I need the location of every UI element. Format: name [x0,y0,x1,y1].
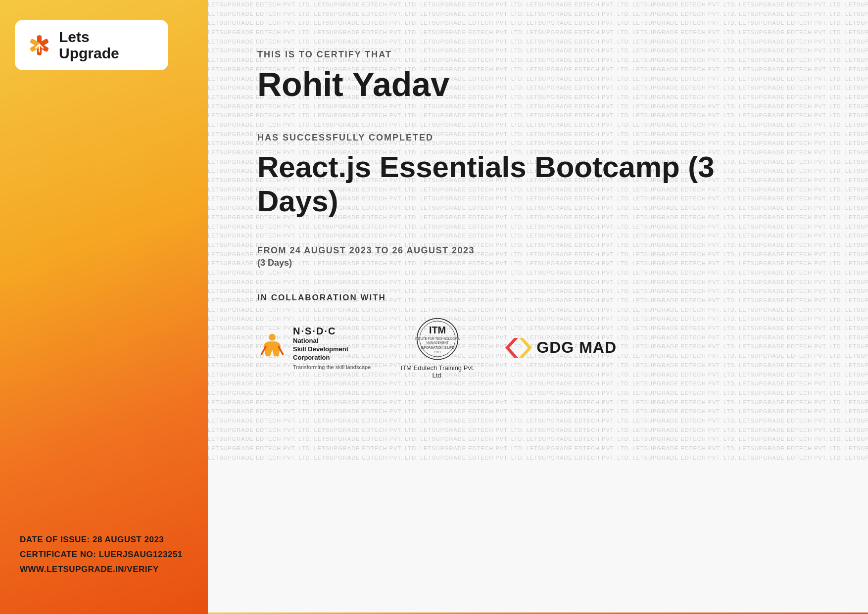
nsdc-full-name: National Skill Development Corporation [293,337,357,362]
nsdc-abbr: N·S·D·C [293,326,371,337]
logo-box: Lets Upgrade [15,20,168,70]
collab-label: IN COLLABORATION WITH [257,293,828,303]
svg-text:MANAGEMENT: MANAGEMENT [427,341,449,344]
certificate-no: CERTIFICATE NO: LUERJSAUG123251 [20,550,183,560]
certificate: Lets Upgrade DATE OF ISSUE: 28 AUGUST 20… [0,0,868,614]
itm-seal-icon: ITM INSTITUTE FOR TECHNOLOGY AND MANAGEM… [415,317,460,361]
verify-url-label: WWW.LETSUPGRADE.IN/VERIFY [20,565,159,574]
nsdc-logo: N·S·D·C National Skill Development Corpo… [257,326,371,370]
gdg-text: GDG MAD [536,338,617,357]
nsdc-tagline: Transforming the skill landscape [293,364,371,370]
nsdc-text: N·S·D·C National Skill Development Corpo… [293,326,371,370]
certify-label: THIS IS TO CERTIFY THAT [257,49,828,60]
gdg-logo: GDG MAD [504,335,617,360]
svg-text:ITM: ITM [429,325,446,335]
itm-label: ITM Edutech Training Pvt. Ltd. [400,364,475,379]
svg-text:INSTITUTE FOR TECHNOLOGY AND: INSTITUTE FOR TECHNOLOGY AND [415,337,460,340]
content: THIS IS TO CERTIFY THAT Rohit Yadav HAS … [208,0,868,614]
svg-marker-14 [505,338,518,358]
svg-text:INFORMATION IS LIFE: INFORMATION IS LIFE [421,346,454,349]
date-range: FROM 24 AUGUST 2023 TO 26 AUGUST 2023 [257,245,828,256]
letsupgrade-icon [26,32,53,59]
left-bottom-info: DATE OF ISSUE: 28 AUGUST 2023 CERTIFICAT… [20,535,183,579]
gdg-arrows-icon [504,335,531,360]
partner-logos-row: N·S·D·C National Skill Development Corpo… [257,317,828,379]
logo-lets: Lets [59,29,119,45]
itm-logo: ITM INSTITUTE FOR TECHNOLOGY AND MANAGEM… [400,317,475,379]
right-panel: (function() { const wm = document.queryS… [208,0,868,614]
logo-text: Lets Upgrade [59,29,119,61]
certificate-no-label: CERTIFICATE NO: LUERJSAUG123251 [20,550,183,559]
nsdc-icon [257,333,287,363]
completed-label: HAS SUCCESSFULLY COMPLETED [257,133,828,143]
logo-upgrade: Upgrade [59,45,119,61]
left-panel: Lets Upgrade DATE OF ISSUE: 28 AUGUST 20… [0,0,208,614]
date-days: (3 Days) [257,258,828,268]
verify-url: WWW.LETSUPGRADE.IN/VERIFY [20,565,183,574]
date-of-issue-label: DATE OF ISSUE: 28 AUGUST 2023 [20,535,164,544]
svg-point-6 [269,333,276,340]
course-name: React.js Essentials Bootcamp (3 Days) [257,150,777,218]
svg-text:· 1911 ·: · 1911 · [433,350,443,354]
date-of-issue: DATE OF ISSUE: 28 AUGUST 2023 [20,535,183,545]
svg-marker-15 [519,338,531,358]
recipient-name: Rohit Yadav [257,66,828,103]
